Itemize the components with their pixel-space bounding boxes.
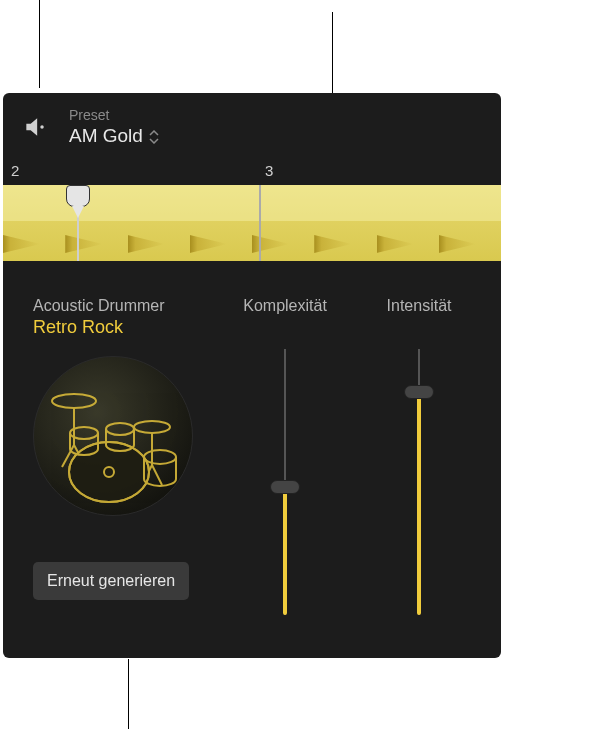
timeline-ruler[interactable]: 2 3	[3, 159, 501, 261]
callout-line	[128, 659, 129, 729]
chevron-updown-icon	[149, 130, 159, 144]
preset-name-text: AM Gold	[69, 125, 143, 147]
timeline-marker: 3	[265, 162, 273, 179]
svg-point-0	[40, 125, 43, 128]
complexity-slider-group: Komplexität	[233, 297, 337, 615]
editor-header: Preset AM Gold	[3, 93, 501, 159]
intensity-label: Intensität	[387, 297, 452, 315]
drummer-type-label: Acoustic Drummer	[33, 297, 165, 315]
timeline-marker-bar: 2 3	[3, 159, 501, 185]
complexity-slider[interactable]	[270, 349, 300, 615]
drummer-controls: Acoustic Drummer Retro Rock	[3, 261, 501, 615]
mute-speaker-button[interactable]	[21, 113, 49, 141]
drummer-region[interactable]	[3, 185, 501, 261]
svg-point-5	[134, 421, 170, 433]
callout-line	[39, 0, 40, 88]
preset-label-text: Preset	[69, 107, 159, 123]
svg-point-14	[144, 450, 176, 464]
intensity-slider[interactable]	[404, 349, 434, 615]
timeline-marker: 2	[11, 162, 19, 179]
bar-divider	[259, 185, 261, 261]
preset-selector[interactable]: Preset AM Gold	[69, 107, 159, 147]
regenerate-button[interactable]: Erneut generieren	[33, 562, 189, 600]
complexity-label: Komplexität	[243, 297, 327, 315]
drummer-style-name: Retro Rock	[33, 317, 123, 338]
intensity-slider-group: Intensität	[367, 297, 471, 615]
drummer-editor-panel: Preset AM Gold 2 3	[3, 93, 501, 658]
svg-point-1	[52, 394, 96, 408]
svg-line-8	[152, 465, 162, 485]
drum-kit-thumbnail[interactable]	[33, 356, 193, 516]
svg-point-13	[106, 423, 134, 435]
